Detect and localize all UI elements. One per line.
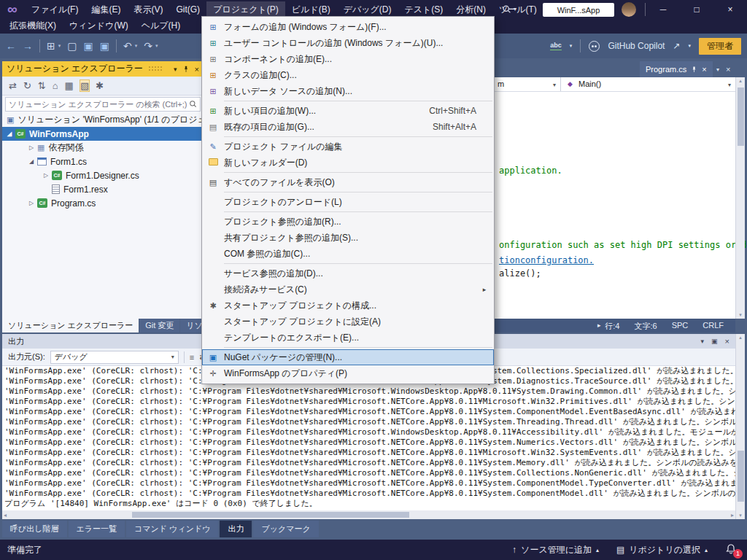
home-icon[interactable]: ⌂ [53,80,58,91]
copilot-icon[interactable] [589,41,600,52]
tab-command-window[interactable]: コマンド ウィンドウ [126,521,218,537]
copilot-button[interactable]: GitHub Copilot [608,41,665,51]
menu-item-add-new-item[interactable]: ⊞ 新しい項目の追加(W)... Ctrl+Shift+A [202,103,494,119]
undo-icon[interactable]: ↶ [123,40,132,52]
menu-item-add-form[interactable]: ⊞ フォームの追加 (Windows フォーム)(F)... [202,19,494,35]
select-repository-button[interactable]: ▤ リポジトリの選択 ▴ [616,544,708,556]
pin-icon[interactable] [691,66,697,73]
menu-view[interactable]: 表示(V) [127,1,169,18]
output-horizontal-scrollbar[interactable]: ◂ ▸ [2,510,735,519]
tab-call-hierarchy[interactable]: 呼び出し階層 [2,521,67,537]
menu-item-show-all-files[interactable]: ▤ すべてのファイルを表示(O) [202,174,494,190]
editor-vertical-scrollbar[interactable]: ▴ ▾ [735,77,745,319]
user-avatar[interactable] [622,2,636,17]
navigate-back-icon[interactable]: ← [6,40,16,52]
menu-item-connected-services[interactable]: 接続済みサービス(C) ▸ [202,281,494,298]
navigate-forward-icon[interactable]: → [23,40,33,52]
tree-item-form1-resx[interactable]: Form1.resx [2,182,204,196]
expander-closed-icon[interactable]: ▷ [26,144,37,151]
scroll-right-icon[interactable]: ▸ [731,512,734,518]
notifications-button[interactable]: 1 [725,543,738,556]
titlebar-search-input[interactable] [543,3,614,17]
minimize-button[interactable]: ─ [646,0,680,19]
tab-git-changes[interactable]: Git 変更 [139,319,179,332]
menu-debug[interactable]: デバッグ(D) [337,1,398,18]
chevron-down-icon[interactable]: ▾ [570,43,573,49]
tree-item-form1-designer[interactable]: ▷ C# Form1.Designer.cs [2,168,204,182]
chevron-down-icon[interactable]: ▾ [155,43,158,49]
menu-project[interactable]: プロジェクト(P) [206,1,285,18]
document-tab-program-cs[interactable]: Program.cs × [640,61,713,77]
close-icon[interactable]: × [726,65,730,74]
menu-tools[interactable]: ツール(T) [492,1,543,18]
save-all-icon[interactable]: ▣ [100,40,109,52]
menu-item-add-service-reference[interactable]: サービス参照の追加(D)... [202,265,494,281]
scroll-down-icon[interactable]: ▾ [736,513,745,518]
menu-item-manage-nuget-packages[interactable]: ▣ NuGet パッケージの管理(N)... [202,349,494,365]
menu-test[interactable]: テスト(S) [398,1,449,18]
close-icon[interactable]: × [725,337,729,346]
menu-help[interactable]: ヘルプ(H) [135,18,187,34]
tree-item-project-winformsapp[interactable]: ◢ C# WinFormsApp [2,127,204,141]
menu-item-add-shared-project-reference[interactable]: 共有プロジェクト参照の追加(S)... [202,230,494,246]
scroll-left-icon[interactable]: ◂ [4,512,7,518]
menu-item-add-class[interactable]: ⊞ クラスの追加(C)... [202,67,494,83]
search-input[interactable] [5,97,201,112]
scroll-up-icon[interactable]: ▴ [736,78,745,84]
close-icon[interactable]: × [195,65,199,74]
member-dropdown[interactable]: ◆ Main() ▾ [562,77,735,91]
new-project-icon[interactable]: ⊞ [47,40,55,52]
titlebar-search-button[interactable]: ▾ [502,4,516,14]
menu-item-new-folder[interactable]: 新しいフォルダー(D) [202,155,494,171]
output-vertical-scrollbar[interactable]: ▴ ▾ [735,334,745,519]
tree-item-solution[interactable]: ▣ ソリューション 'WinFormsApp' (1/1 のプロジェクト) [2,113,204,127]
save-icon[interactable]: ▣ [83,40,93,52]
menu-item-add-data-source[interactable]: ⊞ 新しいデータ ソースの追加(N)... [202,83,494,99]
collapse-all-icon[interactable]: ⇅ [38,80,46,91]
chevron-down-icon[interactable]: ▾ [688,43,691,49]
menu-item-export-template[interactable]: テンプレートのエクスポート(E)... [202,330,494,346]
menu-item-unload-project[interactable]: プロジェクトのアンロード(L) [202,194,494,210]
properties-icon[interactable]: ✱ [96,80,104,91]
menu-item-add-component[interactable]: ⊞ コンポーネントの追加(E)... [202,51,494,67]
scroll-down-icon[interactable]: ▾ [736,312,745,318]
chevron-down-icon[interactable]: ▾ [58,43,61,49]
tree-item-dependencies[interactable]: ▷ ▦ 依存関係 [2,141,204,155]
pin-icon[interactable] [182,66,190,73]
menu-item-add-existing-item[interactable]: ▤ 既存の項目の追加(G)... Shift+Alt+A [202,119,494,135]
chevron-down-icon[interactable]: ▾ [174,66,177,73]
menu-item-add-com-reference[interactable]: COM 参照の追加(C)... [202,246,494,262]
expander-open-icon[interactable]: ◢ [26,158,37,165]
code-link[interactable]: tionconfiguration. [499,255,594,265]
chevron-down-icon[interactable]: ▾ [716,66,719,73]
menu-item-edit-project-file[interactable]: ✎ プロジェクト ファイルの編集 [202,139,494,155]
add-to-source-control-button[interactable]: ↑ ソース管理に追加 ▴ [512,544,599,556]
scrollbar-thumb[interactable] [132,512,409,518]
redo-icon[interactable]: ↷ [144,40,152,52]
tab-output[interactable]: 出力 [220,521,252,537]
output-log[interactable]: 'WinFormsApp.exe' (CoreCLR: clrhost): 'C… [2,366,735,510]
show-all-files-icon[interactable]: ▦ [65,80,74,91]
menu-item-add-project-reference[interactable]: プロジェクト参照の追加(R)... [202,214,494,230]
maximize-panel-icon[interactable]: ▣ [711,338,718,345]
menu-git[interactable]: Git(G) [169,1,206,18]
tree-item-form1[interactable]: ◢ Form1.cs [2,155,204,168]
output-source-dropdown[interactable]: デバッグ ▾ [50,351,179,364]
menu-build[interactable]: ビルド(B) [285,1,337,18]
share-icon[interactable]: ↗ [673,41,680,51]
tab-solution-explorer[interactable]: ソリューション エクスプローラー [2,319,139,332]
tree-item-program-cs[interactable]: ▷ C# Program.cs [2,196,204,210]
menu-window[interactable]: ウィンドウ(W) [63,18,135,34]
solution-explorer-header[interactable]: ソリューション エクスプローラー ▾ × [2,61,204,77]
refresh-icon[interactable]: ↻ [23,80,31,91]
menu-item-project-properties[interactable]: ✛ WinFormsApp のプロパティ(P) [202,365,494,381]
expander-open-icon[interactable]: ◢ [4,131,15,137]
chevron-down-icon[interactable]: ▾ [135,43,138,49]
maximize-button[interactable]: □ [680,0,713,19]
chevron-down-icon[interactable]: ▾ [701,338,705,345]
scroll-right-icon[interactable]: ▸ [597,322,601,329]
new-file-icon[interactable]: ▢ [67,40,77,52]
expander-closed-icon[interactable]: ▷ [40,172,52,179]
preview-selected-items-icon[interactable]: ▧ [80,80,89,91]
menu-item-set-as-startup-project[interactable]: スタートアップ プロジェクトに設定(A) [202,314,494,330]
